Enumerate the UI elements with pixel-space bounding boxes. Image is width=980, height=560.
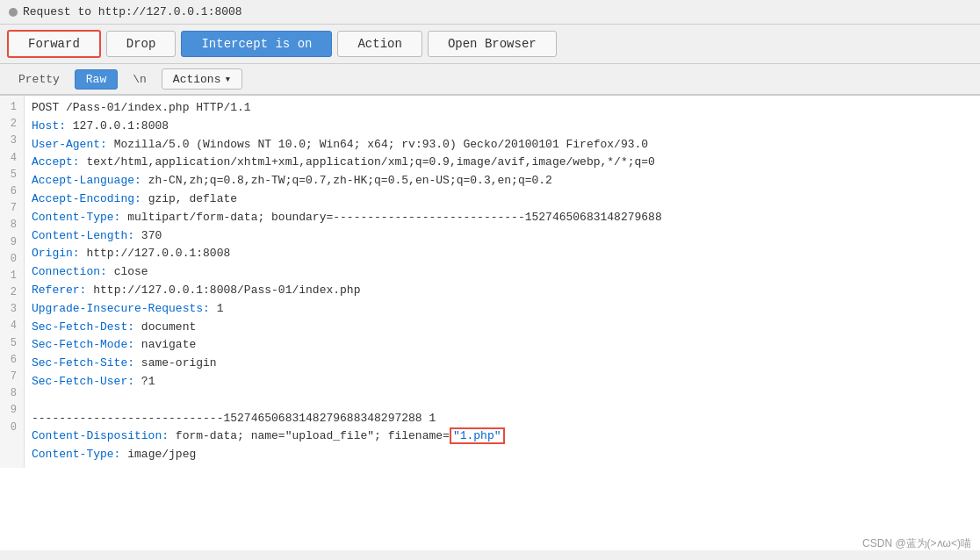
- table-row: Host: 127.0.0.1:8008: [32, 118, 973, 136]
- watermark: CSDN @蓝为(>ʌω<)喵: [862, 536, 971, 551]
- table-row: POST /Pass-01/index.php HTTP/1.1: [32, 99, 973, 118]
- highlighted-filename: "1.php": [450, 427, 505, 444]
- chevron-down-icon: ▾: [224, 72, 231, 86]
- table-row: Origin: http://127.0.0.1:8008: [32, 245, 973, 263]
- title-text: Request to http://127.0.0.1:8008: [23, 5, 242, 18]
- table-row: Content-Disposition: form-data; name="up…: [32, 427, 973, 446]
- table-row: Content-Type: multipart/form-data; bound…: [32, 209, 973, 227]
- title-icon: [9, 8, 18, 17]
- table-row: Sec-Fetch-User: ?1: [32, 373, 973, 391]
- table-row: Content-Type: image/jpeg: [32, 446, 973, 464]
- drop-button[interactable]: Drop: [106, 31, 177, 57]
- table-row: User-Agent: Mozilla/5.0 (Windows NT 10.0…: [32, 136, 973, 154]
- line-numbers: 12345678901234567890: [0, 96, 25, 468]
- open-browser-button[interactable]: Open Browser: [428, 31, 557, 57]
- table-row: Accept: text/html,application/xhtml+xml,…: [32, 154, 973, 172]
- intercept-button[interactable]: Intercept is on: [181, 31, 332, 57]
- table-row: Upgrade-Insecure-Requests: 1: [32, 300, 973, 319]
- title-bar: Request to http://127.0.0.1:8008: [0, 0, 980, 25]
- table-row: Sec-Fetch-Site: same-origin: [32, 355, 973, 373]
- table-row: Accept-Encoding: gzip, deflate: [32, 190, 973, 209]
- editor-area[interactable]: 12345678901234567890 POST /Pass-01/index…: [0, 96, 980, 550]
- table-row: [32, 391, 973, 410]
- table-row: Content-Length: 370: [32, 227, 973, 246]
- actions-button[interactable]: Actions ▾: [162, 68, 242, 90]
- pretty-tab[interactable]: Pretty: [7, 69, 71, 90]
- newline-tab[interactable]: \n: [121, 69, 158, 90]
- table-row: ----------------------------152746506831…: [32, 410, 973, 428]
- code-content: POST /Pass-01/index.php HTTP/1.1Host: 12…: [25, 96, 980, 468]
- table-row: Connection: close: [32, 263, 973, 282]
- table-row: Accept-Language: zh-CN,zh;q=0.8,zh-TW;q=…: [32, 172, 973, 190]
- subtoolbar: Pretty Raw \n Actions ▾: [0, 64, 980, 96]
- table-row: Sec-Fetch-Dest: document: [32, 319, 973, 337]
- table-row: Sec-Fetch-Mode: navigate: [32, 336, 973, 355]
- table-row: Referer: http://127.0.0.1:8008/Pass-01/i…: [32, 282, 973, 300]
- toolbar: Forward Drop Intercept is on Action Open…: [0, 25, 980, 64]
- raw-tab[interactable]: Raw: [75, 69, 118, 90]
- actions-label: Actions: [173, 73, 221, 86]
- action-button[interactable]: Action: [337, 31, 422, 57]
- forward-button[interactable]: Forward: [7, 30, 101, 58]
